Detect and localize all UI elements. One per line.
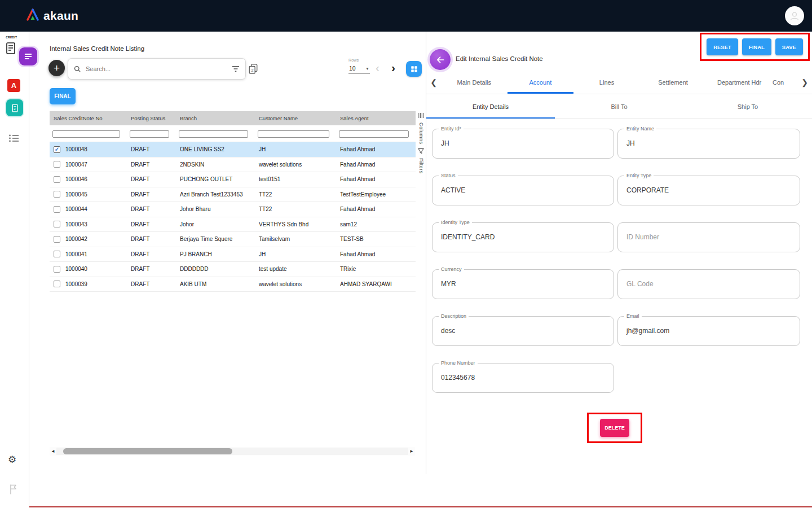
cell-customer-name: test0151 [255,172,336,187]
duplicate-pages-icon[interactable]: 2 [248,63,258,76]
reset-button[interactable]: RESET [707,38,738,55]
drag-grip-icon[interactable] [418,112,424,119]
field-email[interactable]: Emailjh@gmail.com [617,316,800,346]
rows-per-page-control[interactable]: Rows 10 ▼ [348,58,370,74]
row-checkbox[interactable] [54,281,60,287]
tab-department-hdr[interactable]: Department Hdr [706,71,773,94]
editor-title: Edit Internal Sales Credit Note [456,55,543,62]
table-row[interactable]: 1000046DRAFTPUCHONG OUTLETtest0151Fahad … [50,172,416,187]
settings-gear-icon[interactable]: ⚙ [8,454,16,466]
row-checkbox[interactable]: ✓ [54,146,60,153]
cell-posting-status: DRAFT [127,187,176,202]
table-row[interactable]: 1000039DRAFTAKIB UTMwavelet solutionsAHM… [50,277,416,292]
row-checkbox[interactable] [54,206,60,213]
tabs-scroll-right-icon[interactable]: ❯ [797,71,812,94]
subtab-bill-to[interactable]: Bill To [555,94,683,119]
sidebar-item-receipt[interactable] [6,99,23,116]
final-button[interactable]: FINAL [742,38,771,55]
field-entity-id[interactable]: Entity Id*JH [432,129,614,159]
row-checkbox[interactable] [54,176,60,183]
flag-icon[interactable] [8,483,19,498]
note-no-text: 1000045 [65,191,87,198]
akaun-triangle-logo-icon [26,8,39,23]
cell-sales-agent: Fahad Ahmad [336,247,416,262]
field-description[interactable]: Descriptiondesc [432,316,614,346]
search-input[interactable] [86,65,227,72]
pagination-prev-button[interactable]: ‹ [376,61,379,75]
chevron-down-icon: ▼ [365,67,369,71]
subtab-entity-details[interactable]: Entity Details [426,94,555,119]
scroll-right-arrow-icon[interactable]: ► [408,449,415,454]
field-phone-number[interactable]: Phone Number012345678 [432,363,614,393]
table-row[interactable]: 1000042DRAFTBerjaya Time SquereTamilselv… [50,232,416,247]
sidebar-item-pdf-export[interactable]: A [7,79,20,92]
cell-note-no: 1000047 [50,157,127,172]
tabs-scroll-left-icon[interactable]: ❮ [426,71,441,94]
active-module-list-icon [24,52,33,61]
filter-list-icon[interactable] [232,65,240,72]
field-identity-type[interactable]: Identity TypeIDENTITY_CARD [432,222,614,252]
field-label: Entity Name [624,126,656,132]
filter-input-sales-creditnote-no[interactable] [52,130,120,138]
note-no-text: 1000047 [65,161,87,168]
row-checkbox[interactable] [54,236,60,243]
tab-settlement[interactable]: Settlement [640,71,707,94]
credit-module-label: CREDIT [6,36,16,40]
table-row[interactable]: 1000043DRAFTJohorVERTHYS Sdn Bhdsam12 [50,217,416,233]
filter-input-branch[interactable] [179,130,248,138]
add-button[interactable]: + [48,60,65,76]
horizontal-scrollbar[interactable]: ◄ ► [50,447,415,456]
cell-note-no: 1000044 [50,202,127,217]
table-row[interactable]: 1000041DRAFTPJ BRANCHJHFahad Ahmad [50,247,416,262]
field-status[interactable]: StatusACTIVE [432,176,614,205]
field-value: desc [433,317,614,345]
tabs-strip: Main DetailsAccountLinesSettlementDepart… [441,71,797,94]
tab-account[interactable]: Account [508,71,574,94]
cell-note-no: 1000043 [50,217,127,232]
row-checkbox[interactable] [54,266,60,273]
back-button[interactable] [430,49,451,70]
subtab-label: Ship To [738,103,758,110]
row-checkbox[interactable] [54,251,60,257]
table-row[interactable]: ✓1000048DRAFTONE LIVING SS2JHFahad Ahmad [50,142,416,157]
pagination-next-button[interactable]: › [391,61,395,75]
cell-sales-agent: TRixie [336,262,416,277]
field-entity-type[interactable]: Entity TypeCORPORATE [617,176,800,205]
sidebar-item-active-module[interactable] [19,47,37,65]
table-row[interactable]: 1000047DRAFT2NDSKINwavelet solutionsFaha… [50,157,416,173]
funnel-icon[interactable] [418,148,424,154]
filters-rail-label[interactable]: Filters [418,158,424,173]
scrollbar-track[interactable] [56,448,408,455]
scrollbar-thumb[interactable] [63,448,232,454]
credit-note-module-icon [5,42,17,55]
final-filter-button[interactable]: FINAL [50,88,76,104]
field-label: Description [439,313,469,319]
sidebar-item-credit-note[interactable]: CREDIT [2,36,20,58]
row-checkbox[interactable] [54,191,60,198]
delete-button[interactable]: DELETE [600,419,629,437]
grid-view-button[interactable] [406,61,422,77]
field-currency[interactable]: CurrencyMYR [432,269,614,299]
table-filter-row [50,125,416,142]
subtab-ship-to[interactable]: Ship To [683,94,812,119]
field-gl-code[interactable]: GL Code [617,269,800,299]
user-avatar[interactable] [785,6,804,25]
filter-input-sales-agent[interactable] [339,130,409,138]
tab-con[interactable]: Con [773,71,797,94]
filter-input-customer-name[interactable] [258,130,329,138]
row-checkbox[interactable] [54,221,60,227]
tab-lines[interactable]: Lines [573,71,640,94]
columns-rail-label[interactable]: Columns [418,122,424,144]
scroll-left-arrow-icon[interactable]: ◄ [50,449,56,454]
table-row[interactable]: 1000045DRAFTAzri Branch Test1233453TT22T… [50,187,416,203]
sidebar-item-list-view[interactable] [8,134,20,145]
field-entity-name[interactable]: Entity NameJH [617,129,800,159]
table-row[interactable]: 1000040DRAFTDDDDDDDtest updateTRixie [50,262,416,277]
save-button[interactable]: SAVE [775,38,803,55]
field-value: ACTIVE [433,176,614,205]
table-row[interactable]: 1000044DRAFTJohor BharuTT22Fahad Ahmad [50,202,416,217]
row-checkbox[interactable] [54,161,60,168]
field-id-number[interactable]: ID Number [617,222,800,252]
filter-input-posting-status[interactable] [130,130,169,138]
tab-main-details[interactable]: Main Details [441,71,508,94]
